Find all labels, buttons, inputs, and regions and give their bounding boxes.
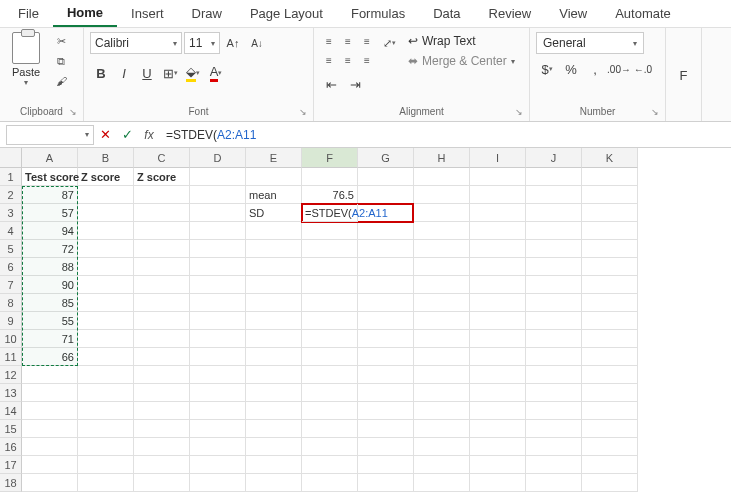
cell[interactable]: [78, 312, 134, 330]
cell[interactable]: 90: [22, 276, 78, 294]
cell[interactable]: [22, 474, 78, 492]
cell[interactable]: [78, 474, 134, 492]
cell[interactable]: [526, 240, 582, 258]
cell[interactable]: 94: [22, 222, 78, 240]
cell[interactable]: [246, 366, 302, 384]
tab-file[interactable]: File: [4, 1, 53, 26]
cell[interactable]: [526, 222, 582, 240]
cell[interactable]: [302, 240, 358, 258]
column-header[interactable]: K: [582, 148, 638, 168]
cell[interactable]: Z score: [78, 168, 134, 186]
cell[interactable]: [358, 294, 414, 312]
cell[interactable]: [134, 222, 190, 240]
cell[interactable]: [246, 312, 302, 330]
tab-draw[interactable]: Draw: [178, 1, 236, 26]
cell[interactable]: [190, 186, 246, 204]
cell[interactable]: [302, 258, 358, 276]
cell[interactable]: [302, 330, 358, 348]
alignment-dialog-launcher[interactable]: ↘: [515, 107, 527, 119]
cell[interactable]: [78, 204, 134, 222]
cell[interactable]: 71: [22, 330, 78, 348]
cell[interactable]: [358, 276, 414, 294]
cell[interactable]: [190, 348, 246, 366]
cell[interactable]: 55: [22, 312, 78, 330]
cell[interactable]: [190, 258, 246, 276]
cell[interactable]: [134, 456, 190, 474]
cell[interactable]: [414, 474, 470, 492]
align-center-icon[interactable]: ≡: [339, 51, 357, 69]
cell[interactable]: [582, 204, 638, 222]
font-dialog-launcher[interactable]: ↘: [299, 107, 311, 119]
row-header[interactable]: 15: [0, 420, 22, 438]
cell[interactable]: [414, 384, 470, 402]
cell[interactable]: [22, 402, 78, 420]
cell[interactable]: [470, 348, 526, 366]
cell[interactable]: [358, 258, 414, 276]
cell[interactable]: [190, 276, 246, 294]
cell[interactable]: [582, 186, 638, 204]
column-header[interactable]: F: [302, 148, 358, 168]
cell[interactable]: [190, 456, 246, 474]
cell[interactable]: [246, 438, 302, 456]
cell[interactable]: [582, 384, 638, 402]
cell[interactable]: [414, 168, 470, 186]
cell[interactable]: [246, 456, 302, 474]
cell[interactable]: [302, 456, 358, 474]
row-header[interactable]: 2: [0, 186, 22, 204]
increase-font-icon[interactable]: A↑: [222, 32, 244, 54]
cell[interactable]: 87: [22, 186, 78, 204]
italic-button[interactable]: I: [113, 62, 135, 84]
percent-format-icon[interactable]: %: [560, 58, 582, 80]
cell[interactable]: [302, 402, 358, 420]
decrease-decimal-icon[interactable]: ←.0: [632, 58, 654, 80]
cell[interactable]: [358, 474, 414, 492]
font-name-select[interactable]: Calibri▾: [90, 32, 182, 54]
cell[interactable]: [134, 294, 190, 312]
cell[interactable]: [246, 258, 302, 276]
cell[interactable]: [190, 366, 246, 384]
cell[interactable]: [582, 474, 638, 492]
more-commands-icon[interactable]: F: [673, 65, 695, 87]
cell[interactable]: [134, 276, 190, 294]
align-left-icon[interactable]: ≡: [320, 51, 338, 69]
cell[interactable]: [134, 204, 190, 222]
cell[interactable]: [470, 276, 526, 294]
cell[interactable]: [582, 366, 638, 384]
cell[interactable]: [246, 474, 302, 492]
cell[interactable]: [358, 312, 414, 330]
row-header[interactable]: 7: [0, 276, 22, 294]
cell[interactable]: [134, 330, 190, 348]
cell[interactable]: [470, 168, 526, 186]
merge-center-button[interactable]: ⬌Merge & Center▾: [402, 52, 521, 70]
cell[interactable]: [302, 438, 358, 456]
cell[interactable]: [302, 420, 358, 438]
cell[interactable]: [470, 222, 526, 240]
cell[interactable]: [134, 240, 190, 258]
cell[interactable]: [78, 456, 134, 474]
tab-formulas[interactable]: Formulas: [337, 1, 419, 26]
worksheet-grid[interactable]: ABCDEFGHIJK 123456789101112131415161718 …: [0, 148, 731, 492]
cell[interactable]: [78, 258, 134, 276]
cell[interactable]: [78, 240, 134, 258]
tab-home[interactable]: Home: [53, 0, 117, 27]
cell[interactable]: 76.5: [302, 186, 358, 204]
cell[interactable]: [470, 258, 526, 276]
wrap-text-button[interactable]: ↩Wrap Text: [402, 32, 521, 50]
cell[interactable]: [78, 402, 134, 420]
format-painter-icon[interactable]: 🖌: [52, 72, 70, 90]
cell[interactable]: [358, 330, 414, 348]
name-box[interactable]: ▾: [6, 125, 94, 145]
column-header[interactable]: H: [414, 148, 470, 168]
row-header[interactable]: 10: [0, 330, 22, 348]
cut-icon[interactable]: ✂: [52, 32, 70, 50]
align-bottom-icon[interactable]: ≡: [358, 32, 376, 50]
column-header[interactable]: C: [134, 148, 190, 168]
number-format-select[interactable]: General▾: [536, 32, 644, 54]
cell[interactable]: [22, 384, 78, 402]
cell[interactable]: [134, 402, 190, 420]
row-header[interactable]: 5: [0, 240, 22, 258]
cell[interactable]: [582, 222, 638, 240]
cell[interactable]: [582, 402, 638, 420]
cell[interactable]: [358, 402, 414, 420]
cell[interactable]: [470, 186, 526, 204]
